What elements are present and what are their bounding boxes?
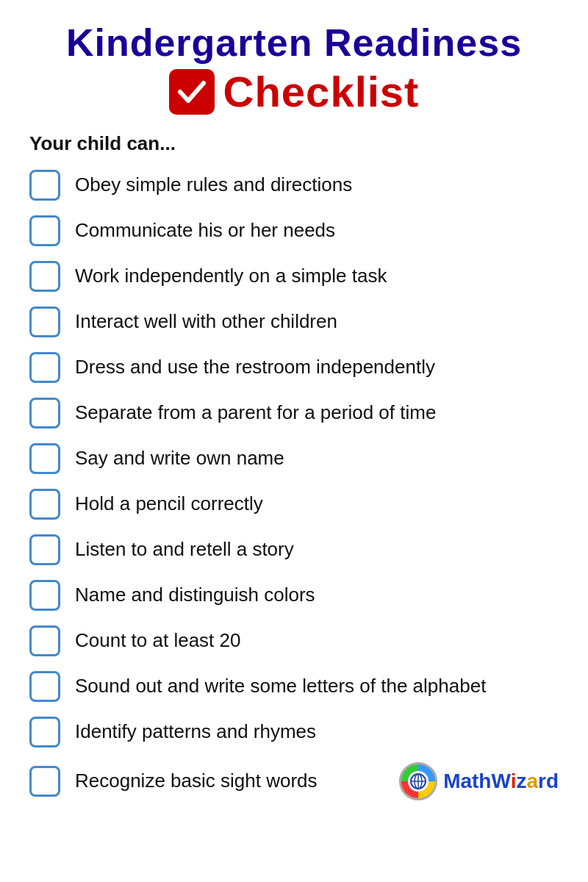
item-label: Recognize basic sight words <box>75 769 318 794</box>
item-label: Say and write own name <box>75 446 284 471</box>
checkbox[interactable] <box>29 261 60 292</box>
page-header: Kindergarten Readiness Checklist <box>29 22 559 116</box>
checkbox[interactable] <box>29 170 60 201</box>
list-item: Listen to and retell a story <box>29 527 559 573</box>
list-item: Hold a pencil correctly <box>29 481 559 527</box>
list-item: Dress and use the restroom independently <box>29 345 559 390</box>
checklist: Obey simple rules and directionsCommunic… <box>29 162 559 808</box>
list-item: Say and write own name <box>29 436 559 481</box>
checkbox[interactable] <box>29 215 60 246</box>
checkbox[interactable] <box>29 671 60 702</box>
item-label: Name and distinguish colors <box>75 583 315 608</box>
list-item: Recognize basic sight words MathWizard <box>29 755 559 808</box>
item-label: Count to at least 20 <box>75 628 240 653</box>
list-item: Interact well with other children <box>29 299 559 345</box>
item-label: Work independently on a simple task <box>75 264 387 289</box>
subtitle: Your child can... <box>29 132 559 155</box>
item-label: Identify patterns and rhymes <box>75 720 316 745</box>
item-label: Sound out and write some letters of the … <box>75 674 486 699</box>
list-item: Obey simple rules and directions <box>29 162 559 208</box>
item-label: Obey simple rules and directions <box>75 173 352 198</box>
checkbox[interactable] <box>29 580 60 611</box>
item-label: Communicate his or her needs <box>75 218 335 243</box>
title-line2: Checklist <box>29 67 559 116</box>
list-item: Communicate his or her needs <box>29 208 559 254</box>
list-item: Count to at least 20 <box>29 618 559 664</box>
checkbox[interactable] <box>29 489 60 520</box>
checked-checkbox-icon <box>169 69 215 115</box>
checkbox[interactable] <box>29 398 60 429</box>
checkbox[interactable] <box>29 534 60 565</box>
checkbox[interactable] <box>29 352 60 383</box>
list-item: Identify patterns and rhymes <box>29 709 559 755</box>
item-label: Separate from a parent for a period of t… <box>75 401 436 426</box>
list-item: Sound out and write some letters of the … <box>29 664 559 709</box>
checkbox[interactable] <box>29 766 60 797</box>
checklist-title: Checklist <box>223 67 420 116</box>
item-label: Interact well with other children <box>75 309 337 334</box>
list-item: Work independently on a simple task <box>29 254 559 299</box>
checkbox[interactable] <box>29 306 60 337</box>
checkbox[interactable] <box>29 443 60 474</box>
logo-inner-circle <box>408 771 429 792</box>
last-item-row: Recognize basic sight words MathWizard <box>75 762 559 800</box>
logo-icon <box>399 762 437 800</box>
item-label: Dress and use the restroom independently <box>75 355 435 380</box>
checkbox[interactable] <box>29 717 60 747</box>
checkbox[interactable] <box>29 625 60 656</box>
title-line1: Kindergarten Readiness <box>29 22 559 64</box>
list-item: Name and distinguish colors <box>29 573 559 618</box>
mathwizard-brand-text: MathWizard <box>443 770 559 793</box>
item-label: Listen to and retell a story <box>75 537 294 562</box>
item-label: Hold a pencil correctly <box>75 492 263 517</box>
mathwizard-logo-inline: MathWizard <box>399 762 559 800</box>
list-item: Separate from a parent for a period of t… <box>29 390 559 436</box>
